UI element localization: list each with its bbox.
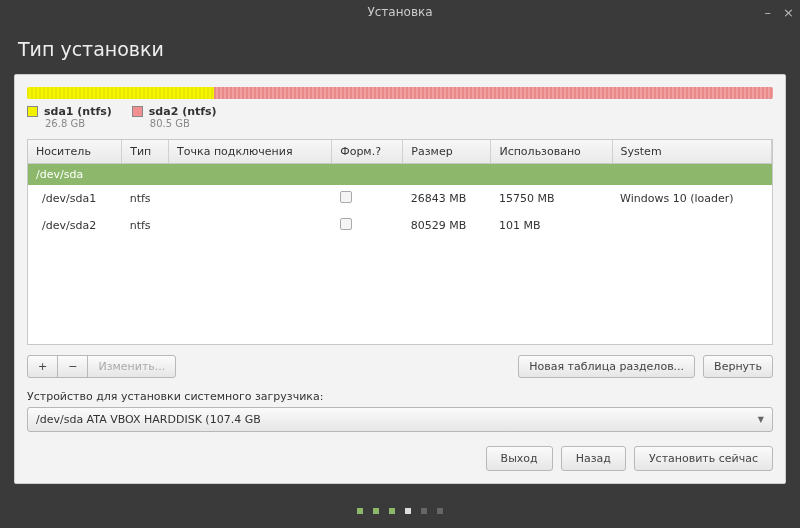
quit-button[interactable]: Выход (486, 446, 553, 471)
legend-swatch-icon (132, 106, 143, 117)
col-system[interactable]: System (612, 140, 771, 164)
progress-dot (437, 508, 443, 514)
content-panel: sda1 (ntfs) 26.8 GB sda2 (ntfs) 80.5 GB … (14, 74, 786, 484)
legend-item-sda2: sda2 (ntfs) 80.5 GB (132, 105, 217, 129)
partition-bar-sda2 (214, 87, 774, 99)
progress-dot (405, 508, 411, 514)
col-used[interactable]: Использовано (491, 140, 612, 164)
table-device-row[interactable]: /dev/sda (28, 164, 772, 186)
close-icon[interactable]: × (783, 5, 794, 20)
legend-size: 26.8 GB (45, 118, 112, 129)
minimize-icon[interactable]: – (765, 5, 772, 20)
titlebar: Установка – × (0, 0, 800, 24)
new-partition-table-button[interactable]: Новая таблица разделов... (518, 355, 695, 378)
partition-usage-bar (27, 87, 773, 99)
table-row[interactable]: /dev/sda1 ntfs 26843 MB 15750 MB Windows… (28, 185, 772, 212)
col-device[interactable]: Носитель (28, 140, 122, 164)
partition-legend: sda1 (ntfs) 26.8 GB sda2 (ntfs) 80.5 GB (27, 105, 773, 129)
progress-dots (0, 498, 800, 528)
page-title: Тип установки (0, 24, 800, 74)
remove-partition-button[interactable]: − (57, 355, 88, 378)
legend-size: 80.5 GB (150, 118, 217, 129)
window-title: Установка (367, 5, 432, 19)
legend-item-sda1: sda1 (ntfs) 26.8 GB (27, 105, 112, 129)
legend-label: sda1 (ntfs) (44, 105, 112, 118)
progress-dot (373, 508, 379, 514)
back-button[interactable]: Назад (561, 446, 626, 471)
bootloader-device-select[interactable]: /dev/sda ATA VBOX HARDDISK (107.4 GB ▼ (27, 407, 773, 432)
chevron-down-icon: ▼ (758, 415, 764, 424)
progress-dot (421, 508, 427, 514)
bootloader-value: /dev/sda ATA VBOX HARDDISK (107.4 GB (36, 413, 261, 426)
col-mount[interactable]: Точка подключения (169, 140, 332, 164)
legend-label: sda2 (ntfs) (149, 105, 217, 118)
change-partition-button[interactable]: Изменить... (87, 355, 176, 378)
bootloader-label: Устройство для установки системного загр… (27, 390, 773, 403)
table-row[interactable]: /dev/sda2 ntfs 80529 MB 101 MB (28, 212, 772, 239)
revert-button[interactable]: Вернуть (703, 355, 773, 378)
partition-bar-sda1 (27, 87, 214, 99)
col-size[interactable]: Размер (403, 140, 491, 164)
partition-table[interactable]: Носитель Тип Точка подключения Форм.? Ра… (27, 139, 773, 345)
progress-dot (389, 508, 395, 514)
progress-dot (357, 508, 363, 514)
legend-swatch-icon (27, 106, 38, 117)
install-now-button[interactable]: Установить сейчас (634, 446, 773, 471)
format-checkbox[interactable] (340, 218, 352, 230)
format-checkbox[interactable] (340, 191, 352, 203)
col-type[interactable]: Тип (122, 140, 169, 164)
col-format[interactable]: Форм.? (332, 140, 403, 164)
add-partition-button[interactable]: + (27, 355, 58, 378)
